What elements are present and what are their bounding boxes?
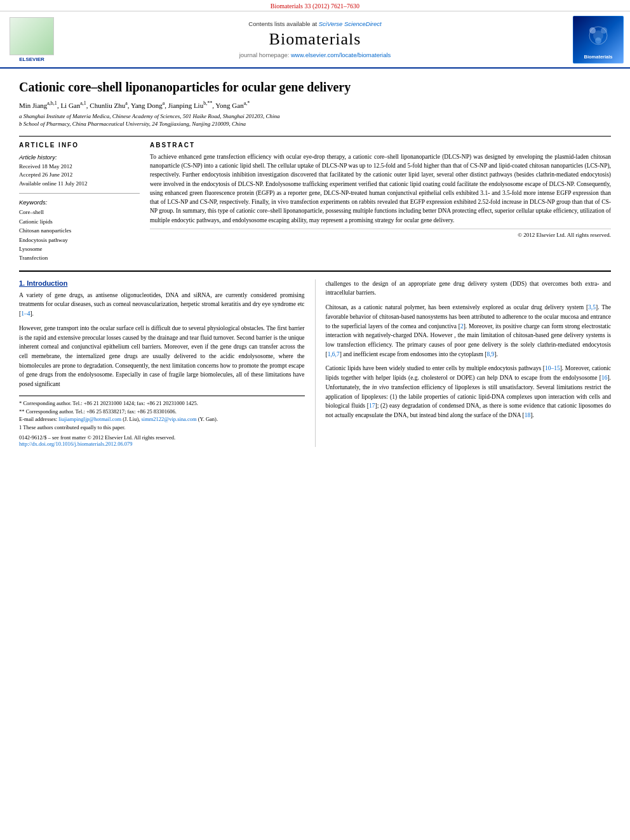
- footnote-equal-contrib: 1 These authors contributed equally to t…: [19, 423, 305, 432]
- body-right-column: challenges to the design of an appropria…: [326, 279, 612, 447]
- sciverse-line: Contents lists available at SciVerse Sci…: [64, 20, 566, 27]
- svg-line-4: [23, 25, 41, 42]
- elsevier-brand-text: ELSEVIER: [19, 57, 44, 62]
- article-title: Cationic core–shell liponanoparticles fo…: [19, 79, 611, 95]
- affiliation-b: b School of Pharmacy, China Pharmaceutic…: [19, 120, 611, 128]
- article-history-section: Article history: Received 18 May 2012 Ac…: [19, 154, 140, 189]
- author-li-gan: Li Gan: [60, 102, 80, 109]
- doi-section: 0142-9612/$ – see front matter © 2012 El…: [19, 434, 305, 447]
- footnotes: * Corresponding author. Tel.: +86 21 202…: [19, 396, 305, 432]
- history-label: Article history:: [19, 154, 140, 161]
- keyword-6: Transfection: [19, 253, 140, 262]
- author-min-jiang: Min Jiang: [19, 102, 47, 109]
- svg-point-1: [20, 20, 43, 48]
- journal-center-info: Contents lists available at SciVerse Sci…: [64, 20, 566, 58]
- journal-title: Biomaterials: [64, 30, 566, 49]
- svg-point-11: [595, 37, 601, 44]
- elsevier-logo: ELSEVIER: [6, 17, 57, 62]
- sciverse-link[interactable]: SciVerse ScienceDirect: [319, 20, 382, 27]
- footnote-corresponding-2: ** Corresponding author. Tel.: +86 25 85…: [19, 408, 305, 416]
- keyword-1: Core–shell: [19, 208, 140, 217]
- top-bar: Biomaterials 33 (2012) 7621–7630: [0, 0, 630, 11]
- keywords-list: Core–shell Cationic lipids Chitosan nano…: [19, 208, 140, 262]
- svg-point-10: [601, 27, 607, 34]
- svg-line-3: [23, 25, 41, 42]
- abstract-heading: ABSTRACT: [150, 142, 611, 149]
- biomaterials-logo-box: [573, 16, 624, 63]
- journal-header: ELSEVIER Contents lists available at Sci…: [0, 11, 630, 69]
- keyword-2: Cationic lipids: [19, 217, 140, 226]
- info-divider: [19, 193, 140, 194]
- issn-line: 0142-9612/$ – see front matter © 2012 El…: [19, 434, 305, 441]
- author-chunliu-zhu: Chunliu Zhu: [90, 102, 125, 109]
- abstract-column: ABSTRACT To achieve enhanced gene transf…: [150, 142, 611, 263]
- article-info-column: ARTICLE INFO Article history: Received 1…: [19, 142, 140, 263]
- author-jianping-liu: Jianping Liu: [168, 102, 203, 109]
- journal-homepage: journal homepage: www.elsevier.com/locat…: [64, 51, 566, 58]
- email-addresses: liujiampingljp@hotmail.com (J. Liu), sim…: [58, 416, 218, 422]
- svg-rect-0: [10, 18, 53, 55]
- doi-link[interactable]: http://dx.doi.org/10.1016/j.biomaterials…: [19, 441, 305, 447]
- intro-right-para-3: Cationic lipids have been widely studied…: [326, 364, 612, 420]
- intro-heading: 1. Introduction: [19, 279, 305, 287]
- keywords-label: Keywords:: [19, 199, 140, 206]
- available-date: Available online 11 July 2012: [19, 180, 140, 189]
- accepted-date: Accepted 26 June 2012: [19, 171, 140, 180]
- keyword-4: Endocytosis pathway: [19, 236, 140, 244]
- authors-line: Min Jianga,b,1, Li Gana,1, Chunliu Zhua,…: [19, 100, 611, 109]
- svg-point-9: [589, 27, 596, 34]
- intro-para-1: A variety of gene drugs, as antisense ol…: [19, 291, 305, 319]
- elsevier-logo-image: [10, 17, 54, 55]
- keywords-section: Keywords: Core–shell Cationic lipids Chi…: [19, 199, 140, 262]
- article-body: 1. Introduction A variety of gene drugs,…: [19, 270, 611, 447]
- intro-right-para-1: challenges to the design of an appropria…: [326, 279, 612, 298]
- footnote-email: E-mail addresses: liujiampingljp@hotmail…: [19, 415, 305, 423]
- svg-point-5: [30, 32, 34, 36]
- keyword-5: Lysosome: [19, 244, 140, 253]
- body-left-column: 1. Introduction A variety of gene drugs,…: [19, 279, 305, 447]
- homepage-url[interactable]: www.elsevier.com/locate/biomaterials: [291, 51, 391, 58]
- received-date: Received 18 May 2012: [19, 163, 140, 171]
- author-yang-dong: Yang Dong: [131, 102, 163, 109]
- article-info-heading: ARTICLE INFO: [19, 142, 140, 149]
- affiliation-a: a Shanghai Institute of Materia Medica, …: [19, 112, 611, 121]
- abstract-text: To achieve enhanced gene transfection ef…: [150, 152, 611, 225]
- affiliations: a Shanghai Institute of Materia Medica, …: [19, 112, 611, 128]
- column-divider: [315, 279, 316, 447]
- email-label: E-mail addresses:: [19, 416, 57, 422]
- author-yong-gan: Yong Gan: [215, 102, 243, 109]
- citation-text: Biomaterials 33 (2012) 7621–7630: [271, 3, 359, 10]
- copyright-line: © 2012 Elsevier Ltd. All rights reserved…: [150, 229, 611, 238]
- intro-right-para-2: Chitosan, as a cationic natural polymer,…: [326, 303, 612, 359]
- footnote-corresponding-1: * Corresponding author. Tel.: +86 21 202…: [19, 399, 305, 408]
- keyword-3: Chitosan nanoparticles: [19, 226, 140, 235]
- article-info-abstract-section: ARTICLE INFO Article history: Received 1…: [19, 136, 611, 263]
- intro-para-2: However, gene transport into the ocular …: [19, 324, 305, 389]
